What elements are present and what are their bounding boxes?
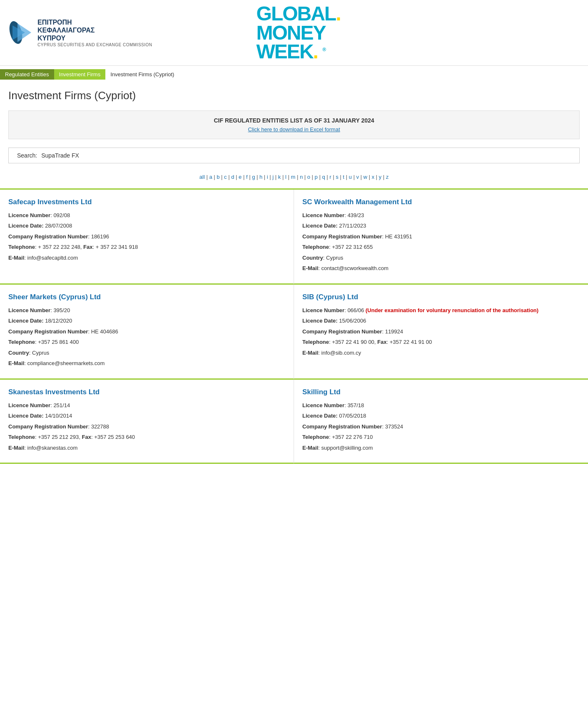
- svg-marker-2: [17, 23, 31, 42]
- email-label: E-Mail: [302, 350, 318, 356]
- alpha-separator: |: [325, 174, 330, 180]
- logo-greek-line1: ΕΠΙΤΡΟΠΗ: [37, 18, 152, 26]
- country-label: Country: [302, 255, 323, 261]
- logo-greek-line2: ΚΕΦΑΛΑΙΑΓΟΡΑΣ: [37, 26, 152, 34]
- email-label: E-Mail: [302, 445, 318, 451]
- company-reg-value: HE 431951: [385, 233, 412, 240]
- logo-english: CYPRUS SECURITIES AND EXCHANGE COMMISSIO…: [37, 43, 152, 47]
- company-reg-field: Company Registration Number: HE 404686: [8, 328, 285, 336]
- fax-label: Fax: [83, 244, 92, 250]
- company-name[interactable]: Sheer Markets (Cyprus) Ltd: [8, 293, 285, 301]
- email-label: E-Mail: [302, 265, 318, 271]
- telephone-field: Telephone: +357 22 312 655: [302, 243, 580, 251]
- telephone-label: Telephone: [302, 244, 329, 250]
- alpha-separator: |: [219, 174, 224, 180]
- licence-date-label: Licence Date:: [8, 318, 44, 324]
- alpha-filter-all[interactable]: all: [199, 174, 205, 180]
- telephone-label: Telephone: [302, 434, 329, 440]
- alpha-separator: |: [248, 174, 252, 180]
- cif-title: CIF REGULATED ENTITIES LIST AS OF 31 JAN…: [15, 117, 573, 124]
- telephone-field: Telephone: +357 22 41 90 00, Fax: +357 2…: [302, 338, 580, 346]
- email-value: contact@scworkwealth.com: [321, 265, 389, 271]
- alpha-filter-m[interactable]: m: [291, 174, 295, 180]
- alpha-separator: |: [344, 174, 349, 180]
- telephone-label: Telephone: [8, 434, 35, 440]
- company-reg-label: Company Registration Number: [8, 233, 88, 240]
- company-reg-value: HE 404686: [91, 328, 118, 335]
- licence-number-value: 395/20: [53, 307, 70, 313]
- licence-number-field: Licence Number: 251/14: [8, 401, 285, 410]
- gmw-week: WEEK. ®: [257, 42, 341, 61]
- country-value: Cyprus: [326, 255, 343, 261]
- alpha-filter-a[interactable]: a: [209, 174, 212, 180]
- company-card: SIB (Cyprus) Ltd Licence Number: 066/06 …: [294, 285, 588, 380]
- info-box: CIF REGULATED ENTITIES LIST AS OF 31 JAN…: [8, 110, 580, 139]
- gmw-global: GLOBAL.: [257, 4, 341, 23]
- company-reg-field: Company Registration Number: 322788: [8, 423, 285, 431]
- breadcrumb-regulated-entities[interactable]: Regulated Entities: [0, 69, 54, 80]
- company-name[interactable]: SC Workwealth Management Ltd: [302, 198, 580, 206]
- telephone-value: +357 25 212 293: [38, 434, 79, 440]
- licence-date-field: Licence Date: 27/11/2023: [302, 222, 580, 230]
- country-value: Cyprus: [32, 350, 49, 356]
- licence-number-value: 251/14: [53, 402, 70, 408]
- licence-number-field: Licence Number: 395/20: [8, 306, 285, 315]
- alpha-filter: all | a | b | c | d | e | f | g | h | i …: [0, 170, 588, 188]
- email-field: E-Mail: compliance@sheermarkets.com: [8, 359, 285, 368]
- search-label: Search:: [17, 152, 37, 159]
- breadcrumb-investment-firms[interactable]: Investment Firms: [54, 69, 106, 80]
- company-reg-value: 186196: [91, 233, 109, 240]
- company-reg-field: Company Registration Number: 186196: [8, 233, 285, 241]
- licence-number-value: 092/08: [53, 212, 70, 218]
- licence-number-field: Licence Number: 066/06 (Under examinatio…: [302, 306, 580, 315]
- company-card: Sheer Markets (Cyprus) Ltd Licence Numbe…: [0, 285, 294, 380]
- company-reg-field: Company Registration Number: HE 431951: [302, 233, 580, 241]
- telephone-value: +357 22 41 90 00: [332, 339, 374, 345]
- telephone-label: Telephone: [8, 339, 35, 345]
- alpha-separator: |: [227, 174, 232, 180]
- company-reg-label: Company Registration Number: [8, 328, 88, 335]
- alpha-filter-z[interactable]: z: [386, 174, 389, 180]
- telephone-value: +357 22 312 655: [332, 244, 373, 250]
- company-name[interactable]: SIB (Cyprus) Ltd: [302, 293, 580, 301]
- company-card: Skilling Ltd Licence Number: 357/18 Lice…: [294, 380, 588, 464]
- page-header: ΕΠΙΤΡΟΠΗ ΚΕΦΑΛΑΙΑΓΟΡΑΣ ΚΥΠΡΟΥ CYPRUS SEC…: [0, 0, 588, 66]
- licence-number-label: Licence Number: [8, 402, 50, 408]
- alpha-filter-q[interactable]: q: [322, 174, 325, 180]
- email-field: E-Mail: info@skanestas.com: [8, 444, 285, 452]
- country-field: Country: Cyprus: [8, 349, 285, 357]
- licence-date-field: Licence Date: 28/07/2008: [8, 222, 285, 230]
- breadcrumb-investment-firms-cypriot[interactable]: Investment Firms (Cypriot): [105, 69, 179, 80]
- licence-number-field: Licence Number: 092/08: [8, 211, 285, 220]
- company-name[interactable]: Safecap Investments Ltd: [8, 198, 285, 206]
- company-reg-field: Company Registration Number: 119924: [302, 328, 580, 336]
- email-field: E-Mail: support@skilling.com: [302, 444, 580, 452]
- alpha-separator: |: [381, 174, 386, 180]
- alpha-separator: |: [339, 174, 343, 180]
- company-name[interactable]: Skilling Ltd: [302, 388, 580, 396]
- alpha-filter-o[interactable]: o: [307, 174, 310, 180]
- download-link[interactable]: Click here to download in Excel format: [15, 126, 573, 133]
- fax-value: +357 25 253 640: [94, 434, 135, 440]
- telephone-value: +357 25 861 400: [38, 339, 79, 345]
- email-label: E-Mail: [8, 255, 24, 261]
- alpha-separator: |: [234, 174, 239, 180]
- alpha-separator: |: [331, 174, 336, 180]
- licence-date-label: Licence Date:: [8, 223, 44, 229]
- company-card: SC Workwealth Management Ltd Licence Num…: [294, 190, 588, 285]
- alpha-separator: |: [212, 174, 217, 180]
- alpha-filter-u[interactable]: u: [349, 174, 352, 180]
- search-bar: Search: SupaTrade FX: [8, 148, 580, 163]
- email-field: E-Mail: contact@scworkwealth.com: [302, 264, 580, 273]
- telephone-field: Telephone: +357 25 212 293, Fax: +357 25…: [8, 433, 285, 441]
- licence-date-field: Licence Date: 14/10/2014: [8, 412, 285, 420]
- telephone-label: Telephone: [302, 339, 329, 345]
- alpha-filter-w[interactable]: w: [364, 174, 367, 180]
- company-name[interactable]: Skanestas Investments Ltd: [8, 388, 285, 396]
- alpha-separator: |: [274, 174, 278, 180]
- alpha-filter-p[interactable]: p: [315, 174, 318, 180]
- page-title: Investment Firms (Cypriot): [0, 83, 588, 110]
- telephone-field: Telephone: + 357 22 232 248, Fax: + 357 …: [8, 243, 285, 251]
- search-value: SupaTrade FX: [41, 152, 79, 159]
- licence-date-value: 15/06/2006: [339, 318, 366, 324]
